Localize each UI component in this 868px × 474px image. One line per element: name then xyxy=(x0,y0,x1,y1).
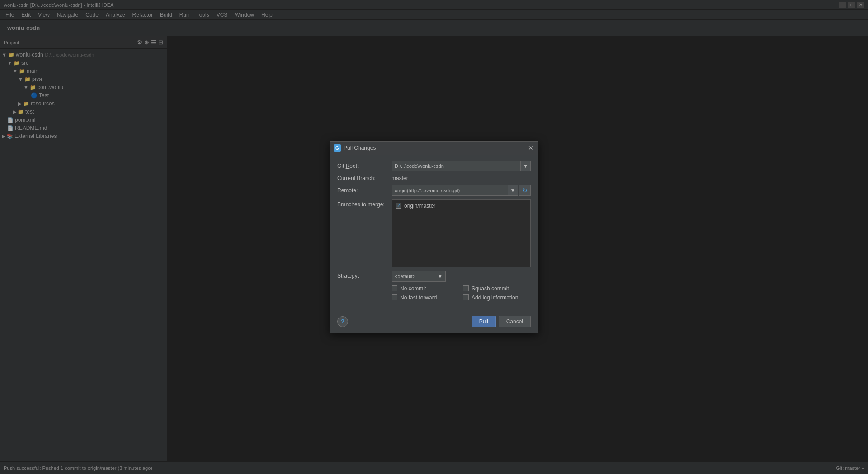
git-root-value: D:\...\code\woniu-csdn xyxy=(395,163,444,169)
pull-button[interactable]: Pull xyxy=(472,316,496,327)
dialog-title-content: G Pull Changes xyxy=(334,144,376,152)
no-fast-forward-checkbox[interactable] xyxy=(392,294,397,300)
dialog-close-button[interactable]: ✕ xyxy=(527,144,534,152)
remote-dropdown-btn[interactable]: ▼ xyxy=(508,185,518,196)
git-root-input[interactable]: D:\...\code\woniu-csdn xyxy=(392,161,521,171)
strategy-chevron: ▼ xyxy=(438,274,443,279)
options-grid: No commit Squash commit No fast forward xyxy=(392,285,531,301)
dialog-body: Git Root: D:\...\code\woniu-csdn ▼ Curre… xyxy=(330,155,538,310)
add-log-checkbox[interactable] xyxy=(463,294,469,300)
remote-label: Remote: xyxy=(337,187,392,194)
add-log-option[interactable]: Add log information xyxy=(463,294,531,301)
branch-item-origin-master[interactable]: ✓ origin/master xyxy=(394,202,528,210)
git-root-row: Git Root: D:\...\code\woniu-csdn ▼ xyxy=(337,161,531,171)
dialog-icon: G xyxy=(334,144,341,152)
strategy-row: Strategy: <default> ▼ No commit xyxy=(337,271,531,301)
branch-checkbox[interactable]: ✓ xyxy=(396,203,401,209)
git-root-label: Git Root: xyxy=(337,163,392,169)
dialog-title-bar: G Pull Changes ✕ xyxy=(330,142,538,155)
no-fast-forward-option[interactable]: No fast forward xyxy=(392,294,459,301)
strategy-label: Strategy: xyxy=(337,271,392,279)
dialog-footer: ? Pull Cancel xyxy=(330,312,538,333)
dialog-title-text: Pull Changes xyxy=(344,145,376,151)
pull-dialog: G Pull Changes ✕ Git Root: D:\...\code\w… xyxy=(330,141,538,333)
strategy-select[interactable]: <default> ▼ xyxy=(392,271,446,282)
current-branch-value: master xyxy=(392,175,531,181)
remote-row: Remote: origin(http://.../woniu-csdn.git… xyxy=(337,185,531,196)
help-button[interactable]: ? xyxy=(337,316,348,327)
branches-area: Branches to merge: ✓ origin/master xyxy=(337,199,531,267)
no-fast-forward-label: No fast forward xyxy=(400,294,437,301)
remote-input[interactable]: origin(http://.../woniu-csdn.git) xyxy=(392,185,508,196)
footer-buttons: Pull Cancel xyxy=(472,316,531,327)
current-branch-row: Current Branch: master xyxy=(337,175,531,181)
strategy-value: <default> xyxy=(395,274,415,279)
modal-overlay: G Pull Changes ✕ Git Root: D:\...\code\w… xyxy=(0,0,868,474)
no-commit-option[interactable]: No commit xyxy=(392,285,459,292)
no-commit-label: No commit xyxy=(400,285,426,292)
remote-field: origin(http://.../woniu-csdn.git) ▼ ↻ xyxy=(392,185,531,196)
current-branch-label: Current Branch: xyxy=(337,175,392,181)
squash-commit-checkbox[interactable] xyxy=(463,285,469,291)
no-commit-checkbox[interactable] xyxy=(392,285,397,291)
branch-name: origin/master xyxy=(404,203,435,209)
add-log-label: Add log information xyxy=(472,294,518,301)
remote-refresh-btn[interactable]: ↻ xyxy=(519,185,531,196)
cancel-button[interactable]: Cancel xyxy=(499,316,531,327)
branches-list: ✓ origin/master xyxy=(392,199,531,267)
squash-commit-label: Squash commit xyxy=(472,285,509,292)
git-root-dropdown-btn[interactable]: ▼ xyxy=(521,161,531,171)
squash-commit-option[interactable]: Squash commit xyxy=(463,285,531,292)
strategy-content: <default> ▼ No commit Squash xyxy=(392,271,531,301)
strategy-dropdown: <default> ▼ xyxy=(392,271,531,282)
remote-value: origin(http://.../woniu-csdn.git) xyxy=(395,188,460,193)
git-root-field: D:\...\code\woniu-csdn ▼ xyxy=(392,161,531,171)
branches-to-merge-label: Branches to merge: xyxy=(337,199,392,267)
